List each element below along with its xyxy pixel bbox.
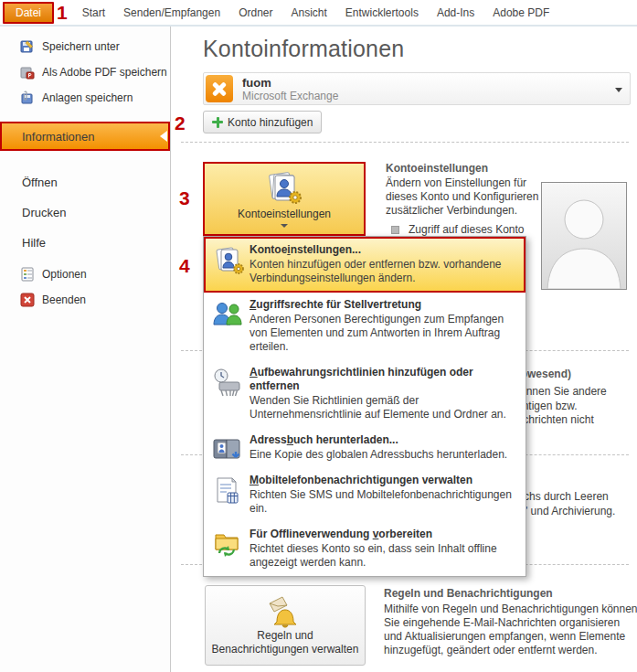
sidebar-item-label: Speichern unter: [42, 40, 120, 53]
hidden-text-fragment: können Sie andere: [515, 385, 637, 398]
annotation-4: 4: [179, 256, 190, 275]
sidebar-item-hilfe[interactable]: Hilfe: [22, 228, 170, 258]
manage-rules-label-line1: Regeln und: [257, 629, 313, 643]
selected-notch-icon: [160, 131, 167, 142]
menu-item-title: Mobiltelefonbenachrichtigungen verwalten: [249, 474, 518, 487]
tab-ansicht[interactable]: Ansicht: [282, 2, 336, 24]
sidebar-item-label: Drucken: [22, 206, 66, 219]
account-type: Microsoft Exchange: [242, 90, 338, 102]
save-attachments-icon: [20, 91, 35, 105]
annotation-1: 1: [57, 3, 68, 22]
menu-item-description: Anderen Personen Berechtigungen zum Empf…: [249, 313, 518, 354]
menu-item-kontoeinstellungen[interactable]: Kontoeinstellungen... Konten hinzufügen …: [204, 237, 526, 293]
menu-item-description: Wenden Sie Richtlinien gemäß der Unterne…: [249, 394, 518, 421]
sidebar-item-label: Hilfe: [22, 236, 46, 250]
account-settings-icon: [214, 246, 245, 275]
rules-heading: Regeln und Benachrichtigungen: [384, 587, 553, 600]
section-divider: [181, 142, 629, 143]
sidebar-item-adobe-pdf-speichern[interactable]: Als Adobe PDF speichern: [20, 59, 170, 85]
hidden-heading-fragment: abwesend): [515, 368, 637, 380]
sidebar-item-oeffnen[interactable]: Öffnen: [22, 167, 170, 197]
sidebar-item-optionen[interactable]: Optionen: [20, 261, 170, 287]
account-access-item[interactable]: Zugriff auf dieses Konto: [391, 223, 525, 236]
sidebar-item-label: Öffnen: [22, 176, 58, 189]
address-book-icon: [212, 435, 243, 464]
adobe-pdf-icon: [20, 65, 35, 80]
sidebar-item-beenden[interactable]: Beenden: [20, 287, 170, 313]
outlook-backstage-window: Datei 1 Start Senden/Empfangen Ordner An…: [0, 0, 637, 672]
backstage-sidebar: Speichern unter Als Adobe PDF speichern …: [0, 27, 171, 672]
sidebar-item-label: Informationen: [22, 130, 95, 144]
menu-item-description: Richtet dieses Konto so ein, dass sein I…: [249, 542, 518, 570]
account-access-label: Zugriff auf dieses Konto: [409, 223, 525, 236]
account-selector[interactable]: fuom Microsoft Exchange: [203, 72, 631, 105]
menu-item-title: Kontoeinstellungen...: [249, 243, 518, 257]
tab-ordner[interactable]: Ordner: [229, 2, 281, 24]
save-as-icon: [20, 39, 35, 54]
menu-item-title: Aufbewahrungsrichtlinien hinzufügen oder…: [249, 366, 518, 393]
exchange-account-icon: [206, 75, 233, 102]
account-settings-description: Ändern von Einstellungen für dieses Kont…: [386, 176, 550, 218]
account-settings-dropdown-menu: Kontoeinstellungen... Konten hinzufügen …: [203, 236, 526, 577]
add-account-button[interactable]: Konto hinzufügen: [203, 111, 322, 133]
manage-rules-button[interactable]: Regeln und Benachrichtigungen verwalten: [205, 585, 366, 666]
menu-item-description: Richten Sie SMS und Mobiltelefonbenachri…: [249, 488, 518, 516]
tab-senden-empfangen[interactable]: Senden/Empfangen: [114, 2, 229, 24]
menu-item-description: Konten hinzufügen oder entfernen bzw. vo…: [249, 258, 518, 285]
sidebar-item-label: Als Adobe PDF speichern: [42, 66, 167, 79]
account-settings-heading: Kontoeinstellungen: [386, 162, 488, 175]
menu-item-adressbuch[interactable]: Adressbuch herunterladen... Eine Kopie d…: [204, 428, 526, 468]
menu-item-mobiltelefon[interactable]: Mobiltelefonbenachrichtigungen verwalten…: [204, 468, 526, 522]
menu-item-title: Zugriffsrechte für Stellvertretung: [249, 298, 518, 312]
plus-icon: [212, 117, 223, 128]
chevron-down-icon[interactable]: [615, 88, 622, 92]
sidebar-item-informationen[interactable]: Informationen: [0, 122, 170, 151]
account-settings-button[interactable]: Kontoeinstellungen: [203, 162, 366, 236]
menu-item-aufbewahrungsrichtlinien[interactable]: Aufbewahrungsrichtlinien hinzufügen oder…: [204, 360, 526, 428]
rules-description: Mithilfe von Regeln und Benachrichtigung…: [384, 603, 637, 657]
bullet-square-icon: [391, 226, 399, 234]
menu-item-zugriffsrechte[interactable]: Zugriffsrechte für Stellvertretung Ander…: [204, 293, 526, 360]
menu-item-title: Adressbuch herunterladen...: [249, 433, 518, 447]
sidebar-item-label: Beenden: [42, 293, 86, 306]
sidebar-item-drucken[interactable]: Drucken: [22, 197, 170, 228]
menu-item-title: Für Offlineverwendung vorbereiten: [249, 528, 518, 541]
manage-rules-label-line2: Benachrichtigungen verwalten: [212, 643, 359, 656]
tab-entwicklertools[interactable]: Entwicklertools: [336, 2, 428, 24]
user-avatar: [541, 182, 627, 290]
hidden-text-fragment: ichtigen bzw.: [515, 400, 637, 412]
tab-adobe-pdf[interactable]: Adobe PDF: [483, 2, 558, 24]
options-icon: [20, 267, 35, 282]
person-silhouette-icon: [542, 183, 626, 289]
page-title: Kontoinformationen: [203, 36, 404, 62]
backstage-content: Kontoinformationen fuom Microsoft Exchan…: [172, 27, 637, 672]
annotation-3: 3: [179, 188, 190, 208]
offline-use-icon: [212, 529, 243, 559]
tab-start[interactable]: Start: [73, 2, 114, 24]
add-account-label: Konto hinzufügen: [228, 116, 313, 129]
annotation-2: 2: [175, 113, 186, 133]
menu-item-offlineverwendung[interactable]: Für Offlineverwendung vorbereiten Richte…: [204, 522, 526, 576]
account-settings-icon: [265, 170, 303, 205]
retention-policy-icon: [212, 368, 243, 397]
account-settings-button-label: Kontoeinstellungen: [238, 208, 331, 220]
hidden-text-fragment: te" und Archivierung.: [515, 505, 637, 517]
backstage-view: Speichern unter Als Adobe PDF speichern …: [0, 27, 637, 672]
hidden-text-fragment: lachrichten nicht: [515, 413, 637, 426]
sidebar-item-label: Anlagen speichern: [42, 91, 133, 104]
sidebar-item-anlagen-speichern[interactable]: Anlagen speichern: [20, 85, 170, 111]
mobile-notifications-icon: [212, 475, 243, 505]
rules-alerts-icon: [264, 594, 306, 629]
tab-datei[interactable]: Datei: [3, 2, 54, 24]
hidden-text-fragment: fachs durch Leeren: [515, 490, 637, 503]
ribbon-tab-bar: Datei 1 Start Senden/Empfangen Ordner An…: [0, 0, 637, 27]
dropdown-caret-icon: [281, 224, 288, 228]
account-name: fuom: [242, 76, 338, 90]
menu-item-description: Eine Kopie des globalen Adressbuchs heru…: [249, 448, 518, 462]
sidebar-item-label: Optionen: [42, 268, 87, 281]
sidebar-item-speichern-unter[interactable]: Speichern unter: [20, 34, 170, 59]
exit-icon: [20, 293, 35, 307]
delegate-access-icon: [212, 300, 243, 329]
tab-add-ins[interactable]: Add-Ins: [428, 2, 483, 24]
